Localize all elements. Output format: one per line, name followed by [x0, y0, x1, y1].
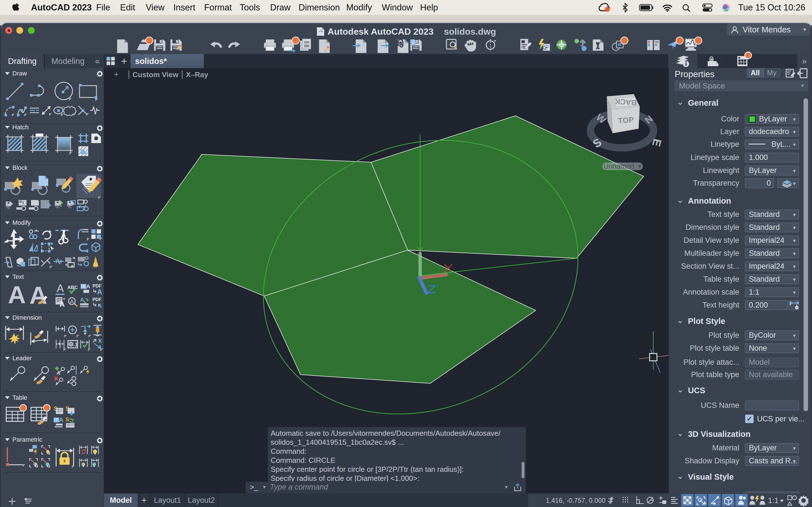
- svg-text:A: A: [59, 300, 65, 308]
- svg-text:BACK: BACK: [614, 97, 637, 107]
- svg-text:Modify: Modify: [12, 219, 31, 226]
- svg-text:TOP: TOP: [618, 115, 634, 125]
- svg-text:Table: Table: [12, 394, 28, 401]
- svg-text:X: X: [98, 338, 102, 344]
- svg-text:.1: .1: [73, 342, 78, 347]
- svg-text:A: A: [57, 283, 64, 294]
- svg-text:Block: Block: [12, 164, 28, 171]
- svg-text:Draw: Draw: [12, 70, 27, 77]
- svg-text:A: A: [29, 281, 47, 309]
- svg-text:PDF: PDF: [93, 297, 101, 302]
- svg-text:Text: Text: [12, 273, 24, 280]
- svg-text:S: S: [65, 416, 69, 422]
- svg-text:Hatch: Hatch: [12, 124, 29, 131]
- svg-text:Leader: Leader: [12, 355, 32, 362]
- svg-text:A: A: [97, 288, 102, 296]
- svg-text:ABC: ABC: [67, 285, 78, 290]
- svg-text:A: A: [80, 297, 84, 303]
- svg-text:E: E: [650, 137, 664, 148]
- svg-text:A: A: [70, 298, 74, 304]
- svg-text:1:1: 1:1: [768, 496, 779, 505]
- svg-text:Dimension: Dimension: [12, 314, 42, 321]
- svg-text:Parametric: Parametric: [12, 436, 42, 443]
- svg-text:A: A: [8, 281, 26, 308]
- svg-text:A: A: [59, 416, 63, 424]
- svg-text:A: A: [86, 283, 90, 290]
